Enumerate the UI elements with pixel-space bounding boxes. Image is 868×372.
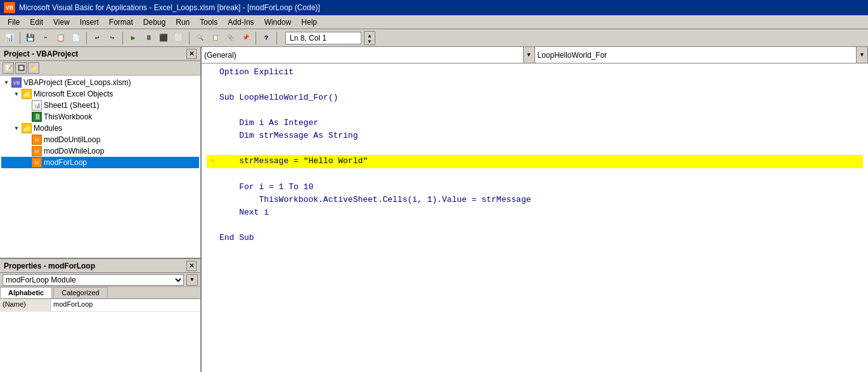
tree-icon: VB [11, 77, 22, 88]
general-combo[interactable] [202, 47, 524, 63]
menu-item-insert[interactable]: Insert [75, 17, 104, 28]
code-text: For i = 1 To 10 [219, 181, 863, 194]
toolbar-redo-btn[interactable]: ↪ [105, 31, 119, 45]
properties-panel-close[interactable]: ✕ [186, 261, 197, 271]
status-scroll[interactable]: ▲ ▼ [364, 31, 375, 45]
tree-item[interactable]: 📊Sheet1 (Sheet1) [1, 100, 199, 111]
toolbar-separator-4 [189, 32, 190, 44]
code-line: ➤ strMessage = "Hello World" [207, 155, 863, 168]
toolbar: 📊 💾 ✂️ 📋 📄 ↩ ↪ ▶ ⏸ ⬛ ⬜ 🔍 📋 📎 📌 ? Ln 8, C… [0, 29, 868, 47]
property-value[interactable]: modForLoop [51, 299, 200, 311]
project-toolbar: 📝 🔲 📁 [0, 61, 200, 76]
menu-item-tools[interactable]: Tools [195, 17, 223, 28]
code-toolbar: ▼ ▼ [202, 47, 868, 63]
general-combo-arrow[interactable]: ▼ [524, 47, 535, 63]
menu-item-help[interactable]: Help [296, 17, 322, 28]
toolbar-save-btn[interactable]: 💾 [23, 31, 37, 45]
menu-item-file[interactable]: File [3, 17, 25, 28]
tree-expander[interactable] [22, 112, 32, 122]
code-line [207, 142, 863, 155]
tree-item[interactable]: MmodDoUntilLoop [1, 134, 199, 145]
tree-item[interactable]: ▼📁Microsoft Excel Objects [1, 88, 199, 100]
toolbar-watch-btn[interactable]: 🔍 [193, 31, 207, 45]
properties-toolbar: modForLoop Module ▼ [0, 273, 200, 287]
toolbar-btn7[interactable]: 📌 [238, 31, 252, 45]
properties-object-select[interactable]: modForLoop Module [3, 274, 184, 286]
code-line: Dim strMessage As String [207, 130, 863, 142]
code-line: End Sub [207, 232, 863, 244]
project-panel-title: Project - VBAProject [4, 50, 78, 58]
toolbar-separator-1 [20, 32, 20, 44]
toolbar-btn2[interactable]: ✂️ [39, 31, 53, 45]
toolbar-excel-icon[interactable]: 📊 [3, 31, 16, 45]
prop-select-arrow[interactable]: ▼ [186, 274, 198, 286]
menu-item-window[interactable]: Window [259, 17, 297, 28]
tree-icon: M [32, 135, 42, 145]
tree-expander[interactable] [22, 100, 32, 110]
code-text: Next i [219, 206, 863, 219]
project-toggle-folders[interactable]: 📁 [28, 62, 39, 74]
toolbar-btn3[interactable]: 📋 [54, 31, 68, 45]
toolbar-separator-3 [122, 32, 123, 44]
prop-tab-categorized[interactable]: Categorized [53, 287, 107, 298]
toolbar-run-btn[interactable]: ▶ [126, 31, 140, 45]
menu-bar: FileEditViewInsertFormatDebugRunToolsAdd… [0, 15, 868, 29]
tree-item-label: Microsoft Excel Objects [34, 90, 113, 98]
properties-grid: (Name)modForLoop [0, 299, 200, 372]
tree-expander[interactable]: ▼ [1, 77, 11, 88]
toolbar-undo-btn[interactable]: ↩ [90, 31, 104, 45]
tree-item[interactable]: ▼📁Modules [1, 123, 199, 134]
tree-expander[interactable]: ▼ [11, 123, 22, 133]
property-name: (Name) [0, 299, 51, 311]
toolbar-help-btn[interactable]: ? [259, 31, 273, 45]
project-panel-close[interactable]: ✕ [186, 49, 197, 59]
code-text: End Sub [219, 232, 863, 244]
toolbar-separator-2 [86, 32, 87, 44]
tree-icon: 📗 [32, 112, 42, 122]
tree-item[interactable]: 📗ThisWorkbook [1, 111, 199, 123]
menu-item-edit[interactable]: Edit [25, 17, 48, 28]
menu-item-run[interactable]: Run [171, 17, 195, 28]
tree-item-label: ThisWorkbook [44, 112, 92, 121]
toolbar-btn6[interactable]: 📎 [223, 31, 237, 45]
tree-expander[interactable] [22, 157, 32, 168]
tree-expander[interactable] [22, 146, 32, 156]
tree-expander[interactable] [22, 135, 32, 145]
code-text: ThisWorkbook.ActiveSheet.Cells(i, 1).Val… [219, 194, 863, 206]
tree-icon: 📊 [32, 100, 42, 110]
code-area[interactable]: Option ExplicitSub LoopHelloWorld_For() … [202, 63, 868, 372]
toolbar-btn4[interactable]: 📄 [69, 31, 83, 45]
proc-combo-arrow[interactable]: ▼ [857, 47, 868, 63]
project-view-code[interactable]: 📝 [3, 62, 14, 74]
menu-item-view[interactable]: View [48, 17, 75, 28]
toolbar-stop-btn[interactable]: ⬛ [157, 31, 171, 45]
tree-item[interactable]: MmodForLoop [1, 157, 199, 168]
tree-item[interactable]: ▼VBVBAProject (Excel_Loops.xlsm) [1, 77, 199, 88]
proc-combo[interactable] [535, 47, 857, 63]
tree-item[interactable]: MmodDoWhileLoop [1, 145, 199, 157]
code-text: Sub LoopHelloWorld_For() [219, 91, 863, 104]
code-line [207, 79, 863, 91]
menu-item-debug[interactable]: Debug [138, 17, 171, 28]
toolbar-separator-5 [256, 32, 256, 44]
code-text: Option Explicit [219, 66, 863, 79]
prop-tab-alphabetic[interactable]: Alphabetic [0, 287, 52, 298]
toolbar-btn5[interactable]: 📋 [208, 31, 222, 45]
properties-panel-title: Properties - modForLoop [4, 262, 95, 270]
main-layout: Project - VBAProject ✕ 📝 🔲 📁 ▼VBVBAProje… [0, 47, 868, 372]
toolbar-break-btn[interactable]: ⏸ [141, 31, 155, 45]
toolbar-reset-btn[interactable]: ⬜ [172, 31, 186, 45]
properties-tabs: Alphabetic Categorized [0, 287, 200, 299]
status-position: Ln 8, Col 1 [285, 32, 361, 44]
title-text: Microsoft Visual Basic for Applications … [19, 3, 320, 12]
code-gutter: ➤ [207, 155, 219, 168]
tree-icon: 📁 [22, 89, 32, 99]
title-bar: VB Microsoft Visual Basic for Applicatio… [0, 0, 868, 15]
code-line [207, 104, 863, 117]
code-line [207, 168, 863, 181]
tree-expander[interactable]: ▼ [11, 89, 22, 99]
left-panel: Project - VBAProject ✕ 📝 🔲 📁 ▼VBVBAProje… [0, 47, 202, 372]
menu-item-format[interactable]: Format [104, 17, 138, 28]
project-view-object[interactable]: 🔲 [15, 62, 27, 74]
menu-item-add-ins[interactable]: Add-Ins [223, 17, 259, 28]
